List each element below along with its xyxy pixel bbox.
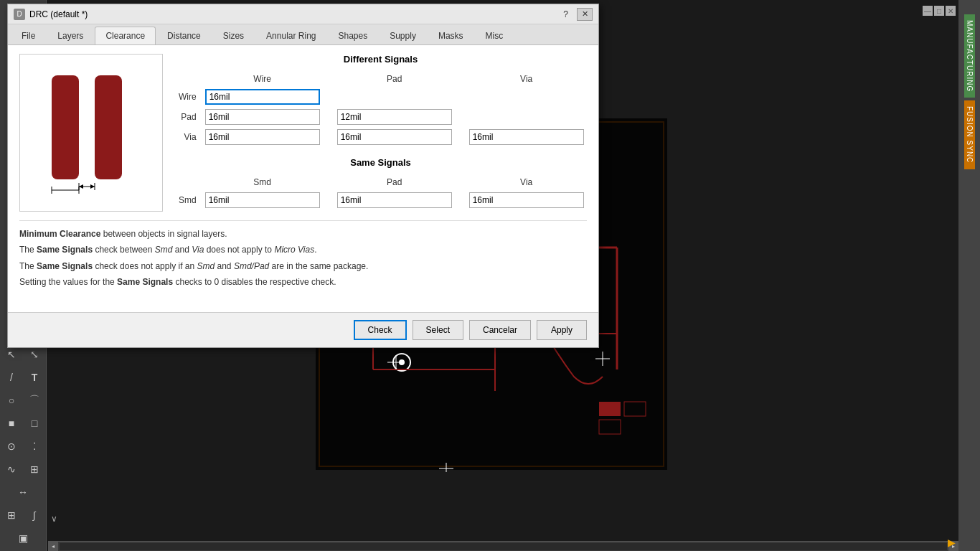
- horizontal-scrollbar[interactable]: ◂ ▸: [48, 541, 958, 551]
- win-maximize[interactable]: □: [934, 6, 944, 16]
- check-button[interactable]: Check: [354, 320, 407, 340]
- tab-supply[interactable]: Supply: [379, 27, 427, 44]
- different-signals-table: Wire Pad Via Wire: [174, 72, 588, 147]
- ss-smd-via-input[interactable]: [469, 192, 584, 208]
- note-3: The Same Signals check does not apply if…: [19, 259, 587, 273]
- cancel-button[interactable]: Cancelar: [469, 320, 531, 340]
- ds-pad-pad-input[interactable]: [337, 109, 452, 125]
- dialog-close-button[interactable]: ✕: [577, 8, 593, 21]
- dialog-titlebar: D DRC (default *) ? ✕: [8, 4, 598, 24]
- bottom-expand-icon[interactable]: ∨: [48, 512, 60, 525]
- tab-file[interactable]: File: [11, 27, 46, 44]
- tool-rect[interactable]: ■: [1, 413, 22, 433]
- win-close[interactable]: ✕: [946, 6, 956, 16]
- ds-via-via-input[interactable]: [469, 129, 584, 145]
- tool-rect-outline[interactable]: □: [24, 413, 45, 433]
- tab-misc[interactable]: Misc: [475, 27, 514, 44]
- ds-via-wire-input[interactable]: [205, 129, 320, 145]
- svg-marker-44: [90, 184, 95, 189]
- ss-smd-smd-input[interactable]: [205, 192, 320, 208]
- ss-smd-pad-input[interactable]: [337, 192, 452, 208]
- ds-pad-label: Pad: [174, 107, 201, 127]
- different-signals-section: Different Signals Wire Pad Via Wire: [174, 54, 587, 210]
- tab-shapes[interactable]: Shapes: [327, 27, 378, 44]
- svg-rect-32: [599, 402, 621, 416]
- ds-wire-header: Wire: [201, 72, 324, 87]
- ds-pad-wire-input[interactable]: [205, 109, 320, 125]
- tool-label[interactable]: ⊞: [24, 459, 45, 479]
- tool-spline[interactable]: ∫: [24, 505, 45, 525]
- dialog-help-button[interactable]: ?: [560, 9, 571, 19]
- ds-pad-header: Pad: [333, 72, 456, 87]
- note-1: Minimum Clearance between objects in sig…: [19, 227, 587, 241]
- tool-layer[interactable]: ⊙: [1, 436, 22, 456]
- select-button[interactable]: Select: [413, 320, 463, 340]
- same-signals-table: Smd Pad Via Smd: [174, 175, 588, 210]
- dialog-app-icon: D: [14, 9, 25, 20]
- tool-grid[interactable]: ⊞: [1, 505, 22, 525]
- tool-circle[interactable]: ○: [1, 390, 22, 410]
- ss-pad-header: Pad: [333, 175, 456, 190]
- wire-preview: [19, 54, 163, 212]
- window-chrome: — □ ✕: [920, 0, 958, 22]
- tab-layers[interactable]: Layers: [47, 27, 94, 44]
- scroll-track[interactable]: [60, 543, 947, 550]
- fusion-sync-panel[interactable]: FUSION SYNC: [964, 100, 975, 169]
- tab-annular-ring[interactable]: Annular Ring: [255, 27, 326, 44]
- tool-arc[interactable]: ⌒: [24, 390, 45, 410]
- tool-text[interactable]: T: [24, 367, 45, 387]
- same-signals-title: Same Signals: [174, 157, 587, 168]
- ds-via-label: Via: [174, 127, 201, 147]
- apply-button[interactable]: Apply: [537, 320, 587, 340]
- ds-via-header: Via: [465, 72, 588, 87]
- notes-section: Minimum Clearance between objects in sig…: [19, 220, 587, 290]
- tab-sizes[interactable]: Sizes: [212, 27, 255, 44]
- drc-dialog: D DRC (default *) ? ✕ File Layers Cleara…: [7, 4, 599, 348]
- ds-wire-wire-input[interactable]: [205, 89, 320, 105]
- dialog-content: Different Signals Wire Pad Via Wire: [8, 45, 598, 312]
- svg-rect-36: [95, 75, 122, 179]
- manufacturing-panel[interactable]: MANUFACTURING: [964, 14, 975, 98]
- tool-line[interactable]: /: [1, 367, 22, 387]
- ss-smd-label: Smd: [174, 190, 201, 210]
- tool-layer2[interactable]: ▣: [12, 528, 34, 548]
- ds-wire-label: Wire: [174, 87, 201, 107]
- dialog-title: DRC (default *): [29, 9, 88, 19]
- different-signals-title: Different Signals: [174, 54, 587, 65]
- svg-marker-43: [79, 184, 83, 189]
- svg-rect-35: [52, 75, 79, 179]
- ss-smd-header: Smd: [201, 175, 324, 190]
- right-panel: MANUFACTURING FUSION SYNC: [958, 0, 980, 551]
- tool-wave[interactable]: ∿: [1, 459, 22, 479]
- nav-arrow-right[interactable]: ▶: [948, 537, 956, 548]
- tool-arrows[interactable]: ↔: [12, 482, 34, 502]
- scroll-left-arrow[interactable]: ◂: [48, 542, 58, 552]
- wire-diagram-svg: [30, 61, 152, 204]
- tool-dots[interactable]: ⁚: [24, 436, 45, 456]
- ss-via-header: Via: [465, 175, 588, 190]
- win-minimize[interactable]: —: [923, 6, 933, 16]
- fusion-sync-label: FUSION SYNC: [966, 106, 974, 163]
- note-4: Setting the values for the Same Signals …: [19, 275, 587, 289]
- tab-masks[interactable]: Masks: [428, 27, 474, 44]
- ds-via-pad-input[interactable]: [337, 129, 452, 145]
- note-2: The Same Signals check between Smd and V…: [19, 242, 587, 257]
- dialog-footer: Check Select Cancelar Apply: [8, 312, 598, 347]
- tab-distance[interactable]: Distance: [156, 27, 212, 44]
- tab-clearance[interactable]: Clearance: [95, 27, 156, 44]
- manufacturing-label: MANUFACTURING: [966, 20, 974, 92]
- dialog-tabs: File Layers Clearance Distance Sizes Ann…: [8, 24, 598, 45]
